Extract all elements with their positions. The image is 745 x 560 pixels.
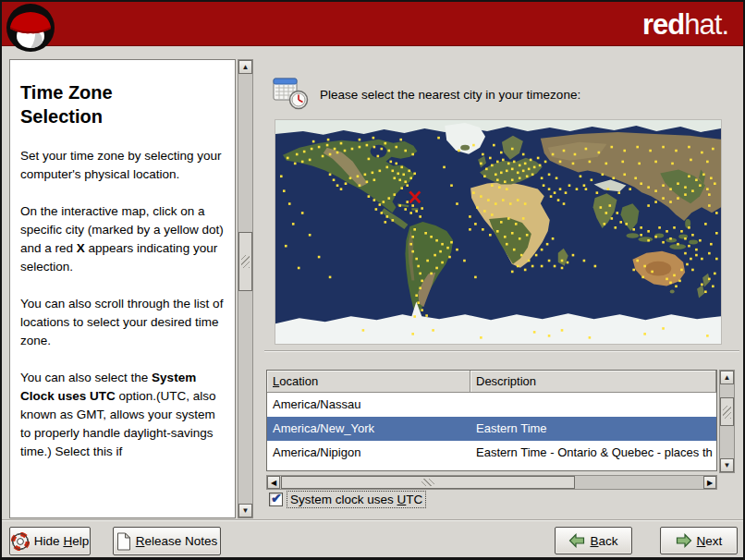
city-dot[interactable] [326,144,329,147]
city-dot[interactable] [496,161,499,164]
city-dot[interactable] [513,161,516,164]
city-dot[interactable] [359,146,361,149]
city-dot[interactable] [680,230,683,233]
city-dot[interactable] [511,232,514,235]
city-dot[interactable] [548,260,551,262]
city-dot[interactable] [511,178,514,181]
city-dot[interactable] [480,163,482,165]
city-dot[interactable] [714,273,716,275]
city-dot[interactable] [303,151,306,153]
city-dot[interactable] [654,189,657,192]
city-dot[interactable] [385,221,387,224]
city-dot[interactable] [287,157,289,160]
city-dot[interactable] [568,184,571,187]
city-dot[interactable] [583,260,586,262]
city-dot[interactable] [336,184,339,187]
city-dot[interactable] [413,228,416,231]
city-dot[interactable] [625,223,628,225]
city-dot[interactable] [415,210,418,213]
city-dot[interactable] [598,152,601,154]
city-dot[interactable] [334,148,336,151]
city-dot[interactable] [294,163,297,165]
city-dot[interactable] [616,212,618,214]
city-dot[interactable] [322,155,324,158]
city-dot[interactable] [366,144,369,147]
city-dot[interactable] [544,161,547,164]
city-dot[interactable] [469,215,471,218]
city-dot[interactable] [344,150,347,152]
city-dot[interactable] [526,234,529,237]
city-dot[interactable] [398,204,401,207]
city-dot[interactable] [381,148,384,151]
city-dot[interactable] [417,301,420,304]
city-dot[interactable] [594,265,597,268]
city-dot[interactable] [329,153,332,156]
city-dot[interactable] [379,170,382,173]
city-dot[interactable] [678,280,681,283]
city-dot[interactable] [480,336,482,339]
city-dot[interactable] [504,180,507,183]
city-dot[interactable] [385,142,387,145]
city-dot[interactable] [688,146,690,149]
city-dot[interactable] [612,177,615,179]
city-dot[interactable] [426,260,429,262]
city-dot[interactable] [609,204,612,207]
city-dot[interactable] [552,153,555,156]
city-dot[interactable] [500,152,503,154]
city-dot[interactable] [671,163,674,165]
city-dot[interactable] [506,243,508,246]
city-dot[interactable] [506,188,508,190]
city-dot[interactable] [563,150,566,152]
city-dot[interactable] [662,146,665,149]
city-dot[interactable] [415,294,418,297]
city-dot[interactable] [708,278,711,281]
city-dot[interactable] [675,286,678,288]
table-horizontal-scrollbar[interactable]: ◀ ▶ [266,475,717,490]
city-dot[interactable] [669,201,672,203]
city-dot[interactable] [533,166,536,169]
city-dot[interactable] [559,161,562,164]
city-dot[interactable] [476,206,479,209]
help-scrollbar[interactable]: ▲ ▼ [238,59,253,518]
city-dot[interactable] [715,258,718,261]
city-dot[interactable] [373,146,376,149]
city-dot[interactable] [702,174,705,177]
city-dot[interactable] [654,236,657,238]
city-dot[interactable] [614,226,617,229]
city-dot[interactable] [391,219,394,222]
city-dot[interactable] [413,173,416,176]
city-dot[interactable] [557,199,560,201]
city-dot[interactable] [673,274,676,277]
city-dot[interactable] [312,140,315,143]
city-dot[interactable] [706,161,709,164]
city-dot[interactable] [533,331,536,334]
city-dot[interactable] [643,333,646,335]
city-dot[interactable] [495,202,497,205]
city-dot[interactable] [393,177,396,179]
city-dot[interactable] [617,191,620,194]
city-dot[interactable] [441,262,444,264]
city-dot[interactable] [636,260,639,262]
city-dot[interactable] [632,228,635,231]
city-dot[interactable] [381,212,384,214]
city-dot[interactable] [450,241,453,244]
city-dot[interactable] [495,174,497,177]
city-dot[interactable] [522,153,525,156]
city-dot[interactable] [686,263,689,266]
city-dot[interactable] [561,260,564,262]
city-dot[interactable] [425,314,428,317]
city-dot[interactable] [383,201,385,203]
city-dot[interactable] [524,269,527,272]
city-dot[interactable] [684,237,687,240]
city-dot[interactable] [522,170,525,173]
city-dot[interactable] [708,193,711,196]
city-dot[interactable] [491,164,494,167]
city-dot[interactable] [411,333,414,335]
city-dot[interactable] [482,153,484,156]
table-vertical-scrollbar[interactable]: ▲ ▼ [719,370,735,473]
city-dot[interactable] [712,148,714,151]
city-dot[interactable] [541,249,543,251]
city-dot[interactable] [298,267,300,270]
city-dot[interactable] [419,273,421,275]
city-dot[interactable] [472,144,475,147]
